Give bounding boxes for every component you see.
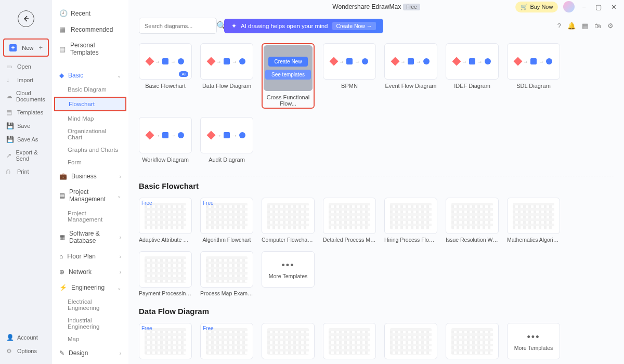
cat-pm[interactable]: ▤Project Management⌄ [52, 184, 128, 207]
tile-preview: →→ [446, 43, 499, 80]
diagram-tile[interactable]: →→Workflow Diagram [139, 117, 192, 163]
more-templates-card[interactable]: •••More Templates [507, 323, 560, 362]
cat-floorplan[interactable]: ⌂Floor Plan› [52, 249, 128, 264]
diagram-tile[interactable]: →→Audit Diagram [200, 117, 253, 163]
sidebar-options[interactable]: ⚙Options [3, 344, 49, 358]
template-card[interactable] [384, 323, 437, 362]
more-templates-card[interactable]: •••More Templates [262, 251, 315, 296]
sub-map[interactable]: Map [52, 333, 128, 345]
bell-icon[interactable]: 🔔 [567, 22, 576, 30]
template-card[interactable]: Hiring Process Flowchart [384, 198, 437, 243]
template-label: Computer Flowchart Temp... [262, 237, 315, 243]
cloud-icon: ☁ [6, 93, 12, 100]
cart2-icon[interactable]: 🛍 [594, 22, 601, 30]
sidebar-cloud[interactable]: ☁Cloud Documents [3, 87, 49, 106]
sub-form[interactable]: Form [52, 156, 128, 168]
sub-graphs[interactable]: Graphs and Charts [52, 144, 128, 156]
template-thumb [323, 198, 376, 234]
sparkle-icon: ✦ [231, 22, 237, 30]
sub-orgchart[interactable]: Organizational Chart [52, 125, 128, 144]
template-card[interactable]: FreeAlgorithm Flowchart [200, 198, 253, 243]
template-card[interactable]: Mathematics Algorithm Fl... [507, 198, 560, 243]
ai-banner[interactable]: ✦ AI drawing helps open your mind Create… [224, 19, 383, 33]
maximize-button[interactable]: ▢ [593, 3, 604, 11]
cat-basic[interactable]: ◆Basic⌄ [52, 68, 128, 83]
new-button-highlight: + New + [3, 38, 49, 57]
tile-label: BPMN [341, 83, 358, 89]
search-input[interactable] [145, 23, 216, 29]
saveas-icon: 💾 [6, 136, 14, 143]
template-card[interactable]: Computer Flowchart Temp... [262, 198, 315, 243]
category-sidebar: 🕘Recent ▦Recommended ▤Personal Templates… [52, 0, 128, 364]
sub-pm[interactable]: Project Management [52, 207, 128, 226]
diagram-tile[interactable]: →→BPMN [323, 43, 376, 109]
nav-recent[interactable]: 🕘Recent [52, 5, 128, 21]
cat-engineering[interactable]: ⚡Engineering⌄ [52, 280, 128, 295]
sidebar-account[interactable]: 👤Account [3, 331, 49, 344]
cat-education[interactable]: 🎓Education› [52, 361, 128, 364]
template-thumb: Free [200, 198, 253, 234]
template-card[interactable] [262, 323, 315, 362]
template-card[interactable]: Free [139, 323, 192, 362]
avatar[interactable] [563, 1, 575, 12]
nav-recommended[interactable]: ▦Recommended [52, 21, 128, 37]
template-card[interactable]: Detailed Process Map Tem... [323, 198, 376, 243]
template-grid: FreeAdaptive Attribute Selectio...FreeAl… [139, 198, 614, 296]
minimize-button[interactable]: − [580, 3, 588, 11]
sub-basic-diagram[interactable]: Basic Diagram [52, 83, 128, 96]
ai-badge: AI [179, 71, 188, 77]
back-button[interactable] [18, 10, 34, 27]
sub-flowchart[interactable]: Flowchart [55, 98, 125, 110]
sub-eleceng[interactable]: Electrical Engineering [52, 295, 128, 314]
main-panel: Wondershare EdrawMax Free 🛒Buy Now − ▢ ✕… [128, 0, 624, 364]
sidebar-print[interactable]: ⎙Print [3, 165, 49, 178]
template-card[interactable]: Free [200, 323, 253, 362]
grid-icon[interactable]: ▦ [582, 22, 588, 30]
template-card[interactable]: Process Map Examples Te... [200, 251, 253, 296]
sidebar-open[interactable]: ▭Open [3, 60, 49, 73]
cat-design[interactable]: ✎Design› [52, 345, 128, 361]
see-templates-button[interactable]: See templates [265, 70, 311, 80]
template-card[interactable]: Payment Processing Workf... [139, 251, 192, 296]
create-new-button[interactable]: Create New [268, 57, 308, 67]
more-thumb: •••More Templates [507, 323, 560, 359]
template-card[interactable]: Issue Resolution Workflow ... [446, 198, 499, 243]
sidebar-import[interactable]: ↓Import [3, 73, 49, 87]
sidebar-save[interactable]: 💾Save [3, 119, 49, 133]
doc-icon: ▤ [59, 45, 66, 53]
close-button[interactable]: ✕ [609, 3, 619, 11]
template-card[interactable]: FreeAdaptive Attribute Selectio... [139, 198, 192, 243]
tile-preview: →→ [200, 43, 253, 80]
diagram-tile[interactable]: →→AIBasic Flowchart [139, 43, 192, 109]
template-card[interactable] [323, 323, 376, 362]
tile-label: IDEF Diagram [454, 83, 490, 89]
sub-indeng[interactable]: Industrial Engineering [52, 314, 128, 333]
sidebar-templates[interactable]: ▤Templates [3, 106, 49, 119]
export-icon: ↗ [6, 152, 12, 159]
cat-business[interactable]: 💼Business› [52, 168, 128, 184]
diagram-tile[interactable]: →→Event Flow Diagram [384, 43, 437, 109]
search-box[interactable]: 🔍 [139, 18, 217, 34]
buy-now-button[interactable]: 🛒Buy Now [515, 2, 558, 12]
help-icon[interactable]: ? [557, 22, 561, 30]
template-thumb [507, 198, 560, 234]
plus-icon: + [38, 44, 43, 51]
settings-icon[interactable]: ⚙ [607, 22, 614, 30]
sub-mindmap[interactable]: Mind Map [52, 112, 128, 125]
template-label: Adaptive Attribute Selectio... [139, 237, 192, 243]
diagram-tile[interactable]: Create NewSee templatesCross Functional … [262, 43, 315, 109]
tile-label: Event Flow Diagram [385, 83, 436, 89]
diagram-tile[interactable]: →→SDL Diagram [507, 43, 560, 109]
template-card[interactable] [446, 323, 499, 362]
sidebar-saveas[interactable]: 💾Save As [3, 133, 49, 146]
cat-network[interactable]: ⊕Network› [52, 264, 128, 280]
ai-create-button[interactable]: Create Now → [332, 22, 376, 30]
nav-personal[interactable]: ▤Personal Templates [52, 37, 128, 60]
template-thumb: Free [139, 323, 192, 359]
sidebar-export[interactable]: ↗Export & Send [3, 146, 49, 165]
diagram-tile[interactable]: →→Data Flow Diagram [200, 43, 253, 109]
new-button[interactable]: + New + [6, 42, 46, 54]
diagram-tile[interactable]: →→IDEF Diagram [446, 43, 499, 109]
cat-software[interactable]: ▦Software & Database› [52, 226, 128, 249]
template-thumb: Free [200, 323, 253, 359]
